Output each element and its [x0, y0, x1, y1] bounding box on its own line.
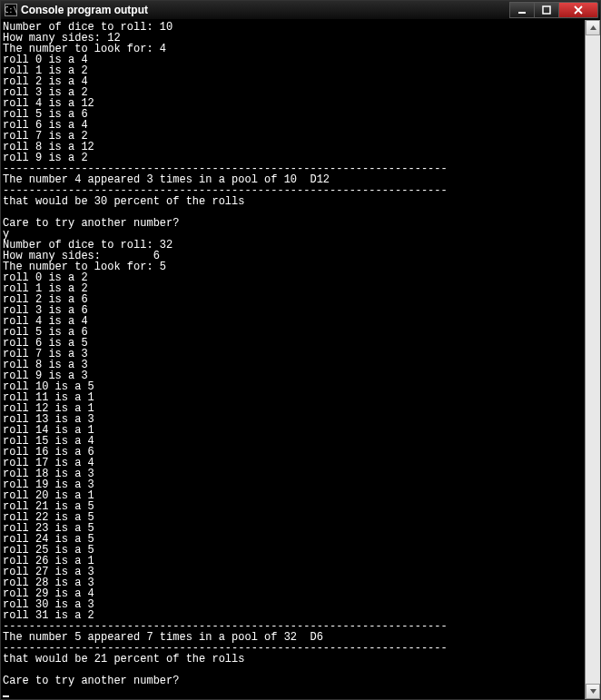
chevron-down-icon [589, 687, 597, 695]
minimize-button[interactable] [509, 2, 535, 18]
titlebar[interactable]: C:\ Console program output [1, 1, 600, 20]
scroll-up-button[interactable] [586, 20, 600, 35]
window-controls [510, 2, 598, 18]
close-icon [574, 5, 583, 15]
chevron-up-icon [589, 24, 597, 32]
vertical-scrollbar[interactable] [585, 20, 600, 699]
svg-rect-0 [518, 12, 526, 14]
close-button[interactable] [558, 2, 598, 18]
svg-rect-1 [543, 6, 550, 14]
maximize-icon [542, 5, 551, 15]
window-title: Console program output [21, 4, 510, 16]
text-cursor [3, 695, 9, 697]
scroll-down-button[interactable] [586, 684, 600, 699]
console-window: C:\ Console program output Number of dic… [0, 0, 601, 700]
scrollbar-track[interactable] [586, 35, 600, 684]
client-area: Number of dice to roll: 10 How many side… [1, 20, 600, 699]
minimize-icon [517, 5, 527, 15]
maximize-button[interactable] [534, 2, 559, 18]
console-output: Number of dice to roll: 10 How many side… [1, 20, 585, 699]
app-icon: C:\ [5, 4, 17, 16]
